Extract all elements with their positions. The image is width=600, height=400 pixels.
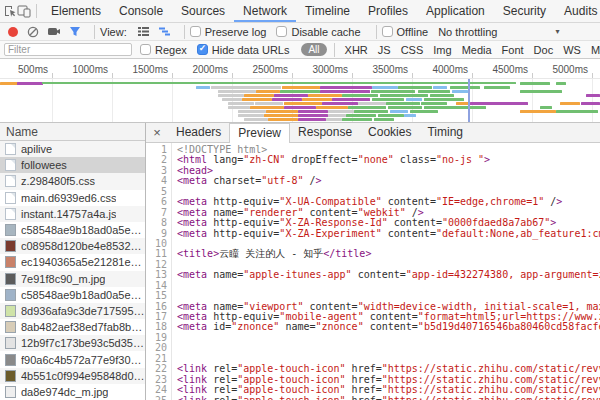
image-thumbnail-icon <box>5 289 16 301</box>
code-line: <title>云瞳 关注的人 - 知乎</title> <box>177 249 600 259</box>
request-name: 8ab482aef38ed7fab8bd4314... <box>21 321 145 333</box>
screenshot-icon[interactable] <box>47 26 61 37</box>
regex-checkbox[interactable] <box>140 44 151 55</box>
filter-type-font[interactable]: Font <box>497 44 529 56</box>
filter-type-ws[interactable]: WS <box>558 44 586 56</box>
request-row[interactable]: followees <box>0 157 145 173</box>
source-code[interactable]: <!DOCTYPE html><html lang="zh-CN" dropEf… <box>172 143 600 400</box>
filter-type-css[interactable]: CSS <box>396 44 429 56</box>
preview-code-view: 1234567891011121314151617181920212223242… <box>146 143 600 400</box>
image-thumbnail-icon <box>5 256 16 268</box>
image-thumbnail-icon <box>5 354 16 366</box>
network-filter-bar: Regex Hide data URLs All XHRJSCSSImgMedi… <box>0 41 600 59</box>
waterfall-view-icon[interactable] <box>158 26 171 37</box>
filter-input[interactable] <box>4 43 132 56</box>
list-view-icon[interactable] <box>137 26 150 37</box>
request-row[interactable]: da8e974dc_m.jpg <box>0 384 145 400</box>
line-number: 8 <box>146 218 167 228</box>
request-name: f90a6c4b572a77e9f30de153... <box>21 354 145 366</box>
waterfall-bar <box>298 110 328 113</box>
waterfall-bar <box>316 106 348 109</box>
waterfall-bar <box>424 98 464 101</box>
inspect-icon[interactable] <box>4 0 17 22</box>
request-row[interactable]: c58548ae9b18ad0a5e79fe4e... <box>0 222 145 238</box>
filter-type-all[interactable]: All <box>301 43 326 56</box>
request-row[interactable]: apilive <box>0 141 145 157</box>
tab-network[interactable]: Network <box>234 0 296 22</box>
waterfall-bar <box>372 98 404 101</box>
load-event-line <box>468 79 470 122</box>
preserve-log-checkbox[interactable] <box>190 26 201 37</box>
grid-line <box>592 79 593 122</box>
tab-console[interactable]: Console <box>110 0 172 22</box>
request-row[interactable]: ec1940365a5e21281ee71856... <box>0 254 145 270</box>
filter-icon[interactable] <box>69 26 81 37</box>
tab-application[interactable]: Application <box>417 0 494 22</box>
filter-type-xhr[interactable]: XHR <box>340 44 373 56</box>
close-icon[interactable]: × <box>146 125 168 140</box>
request-row[interactable]: 7e91f8c90_m.jpg <box>0 271 145 287</box>
filter-type-img[interactable]: Img <box>428 44 456 56</box>
request-row[interactable]: 4b551c0f994e95848d0dda09... <box>0 368 145 384</box>
waterfall-bar <box>280 90 320 93</box>
detail-tab-timing[interactable]: Timing <box>419 123 471 142</box>
waterfall-bar <box>358 102 386 105</box>
request-row[interactable]: z.298480f5.css <box>0 173 145 189</box>
request-row[interactable]: main.d6939ed6.css <box>0 190 145 206</box>
waterfall-bar <box>404 114 416 117</box>
waterfall-bar <box>328 114 346 117</box>
filter-type-media[interactable]: Media <box>457 44 497 56</box>
request-row[interactable]: c08958d120be4e853230649... <box>0 238 145 254</box>
waterfall-bar <box>484 86 510 89</box>
waterfall-bar <box>378 114 404 117</box>
tab-profiles[interactable]: Profiles <box>359 0 417 22</box>
request-row[interactable]: 8ab482aef38ed7fab8bd4314... <box>0 319 145 335</box>
tab-audits[interactable]: Audits <box>555 0 600 22</box>
detail-tab-cookies[interactable]: Cookies <box>360 123 419 142</box>
waterfall-bar <box>556 110 598 113</box>
name-column-header[interactable]: Name <box>0 123 145 141</box>
waterfall-bar <box>244 94 274 97</box>
divider <box>334 43 335 57</box>
tick-mark <box>532 73 533 78</box>
tab-timeline[interactable]: Timeline <box>296 0 359 22</box>
throttling-select[interactable]: No throttling <box>438 26 497 38</box>
request-row[interactable]: instant.14757a4a.js <box>0 206 145 222</box>
tab-elements[interactable]: Elements <box>42 0 110 22</box>
waterfall-overview[interactable] <box>0 79 600 123</box>
disable-cache-checkbox[interactable] <box>276 26 287 37</box>
request-row[interactable]: c58548ae9b18ad0a5e79fe4e... <box>0 287 145 303</box>
clear-icon[interactable] <box>27 26 39 38</box>
tick-mark <box>472 73 473 78</box>
image-thumbnail-icon <box>5 240 16 252</box>
tick-mark <box>592 73 593 78</box>
offline-checkbox[interactable] <box>382 26 393 37</box>
filter-type-doc[interactable]: Doc <box>529 44 559 56</box>
waterfall-bar <box>298 114 328 117</box>
request-name: instant.14757a4a.js <box>21 208 116 220</box>
divider <box>184 25 185 39</box>
hide-data-urls-checkbox[interactable] <box>197 44 208 55</box>
detail-tab-preview[interactable]: Preview <box>229 123 290 143</box>
grid-line <box>52 79 53 122</box>
tab-sources[interactable]: Sources <box>172 0 234 22</box>
request-row[interactable]: 12b9f7c173be93c5d35fea2d... <box>0 335 145 351</box>
tab-security[interactable]: Security <box>494 0 555 22</box>
waterfall-bar <box>342 94 378 97</box>
detail-tab-response[interactable]: Response <box>290 123 360 142</box>
waterfall-bar <box>256 90 280 93</box>
request-name: c58548ae9b18ad0a5e79fe4e... <box>21 224 145 236</box>
image-thumbnail-icon <box>5 273 16 285</box>
device-toolbar-icon[interactable] <box>17 0 31 22</box>
filter-type-js[interactable]: JS <box>373 44 396 56</box>
chevron-down-icon[interactable]: ▾ <box>555 27 559 36</box>
waterfall-bar <box>372 86 398 89</box>
filter-type-manifest[interactable]: Manifest <box>586 44 600 56</box>
request-row[interactable]: f90a6c4b572a77e9f30de153... <box>0 351 145 367</box>
detail-tab-headers[interactable]: Headers <box>168 123 229 142</box>
record-button[interactable] <box>8 27 18 37</box>
waterfall-bar <box>42 82 516 84</box>
waterfall-bar <box>238 110 266 113</box>
request-row[interactable]: 8d936afa9c3de7175958fae5... <box>0 303 145 319</box>
waterfall-bar <box>196 86 210 89</box>
